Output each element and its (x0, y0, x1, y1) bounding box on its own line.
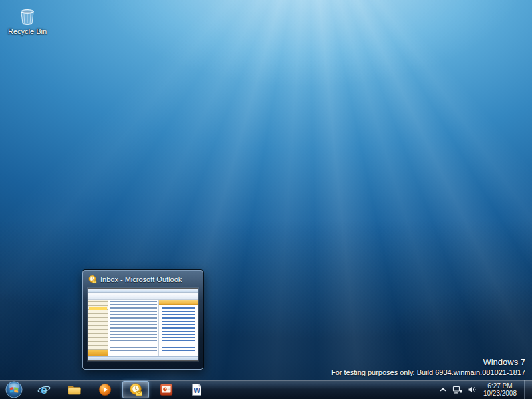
wallpaper-vignette (0, 0, 532, 399)
clock[interactable]: 6:27 PM 10/23/2008 (481, 382, 519, 397)
media-player-icon (98, 383, 112, 396)
svg-text:W: W (194, 387, 200, 394)
mini-body (88, 300, 198, 356)
recycle-bin[interactable]: Recycle Bin (5, 4, 49, 35)
outlook-icon (128, 382, 143, 397)
internet-explorer-icon: e (37, 383, 51, 396)
taskbar-thumbnail-preview[interactable]: Inbox - Microsoft Outlook (82, 270, 203, 370)
windows-logo-icon (5, 381, 23, 398)
desktop[interactable]: Recycle Bin Windows 7 For testing purpos… (0, 0, 532, 399)
volume-tray-button[interactable] (467, 386, 476, 394)
mini-navigation-buttons (88, 350, 108, 356)
build-watermark: Windows 7 For testing purposes only. Bui… (331, 357, 525, 377)
taskbar-button-windows-explorer[interactable] (61, 381, 88, 398)
taskbar-button-word[interactable]: W (184, 381, 210, 398)
mini-reading-pane (159, 300, 198, 356)
clock-time: 6:27 PM (483, 382, 517, 390)
start-button[interactable] (3, 380, 25, 399)
mini-message-header (159, 300, 198, 305)
outlook-icon (88, 275, 97, 284)
chevron-up-icon (439, 386, 447, 393)
mini-message-text (162, 307, 195, 354)
svg-text:e: e (41, 384, 47, 396)
watermark-os-name: Windows 7 (331, 357, 525, 368)
notification-area: 6:27 PM 10/23/2008 (439, 380, 532, 399)
mini-statusbar (88, 356, 198, 360)
folder-icon (67, 383, 82, 396)
mini-toolbar (88, 295, 198, 300)
recycle-bin-icon (16, 4, 39, 27)
outlook-window-thumbnail[interactable] (88, 288, 198, 361)
taskbar-button-internet-explorer[interactable]: e (31, 381, 57, 398)
show-desktop-button[interactable] (524, 380, 532, 399)
network-tray-button[interactable] (452, 386, 462, 394)
taskbar-button-powerpoint[interactable] (153, 381, 180, 398)
clock-date: 10/23/2008 (483, 390, 517, 397)
taskbar: e (0, 380, 532, 399)
preview-header: Inbox - Microsoft Outlook (88, 274, 198, 285)
mini-folder-pane (88, 300, 108, 356)
mini-selected-folder (89, 307, 107, 310)
taskbar-pinned-apps: e (31, 380, 210, 399)
powerpoint-icon (160, 383, 173, 396)
wallpaper-light-rays (0, 0, 532, 399)
preview-title: Inbox - Microsoft Outlook (100, 275, 182, 283)
volume-icon (467, 386, 476, 394)
show-hidden-icons-button[interactable] (439, 386, 447, 393)
word-icon: W (190, 383, 203, 396)
taskbar-button-outlook[interactable] (122, 381, 149, 398)
taskbar-button-windows-media-player[interactable] (92, 381, 118, 398)
recycle-bin-label: Recycle Bin (8, 27, 47, 35)
network-icon (452, 386, 462, 394)
mini-message-list (108, 300, 159, 356)
watermark-build-string: For testing purposes only. Build 6934.wi… (331, 368, 525, 377)
